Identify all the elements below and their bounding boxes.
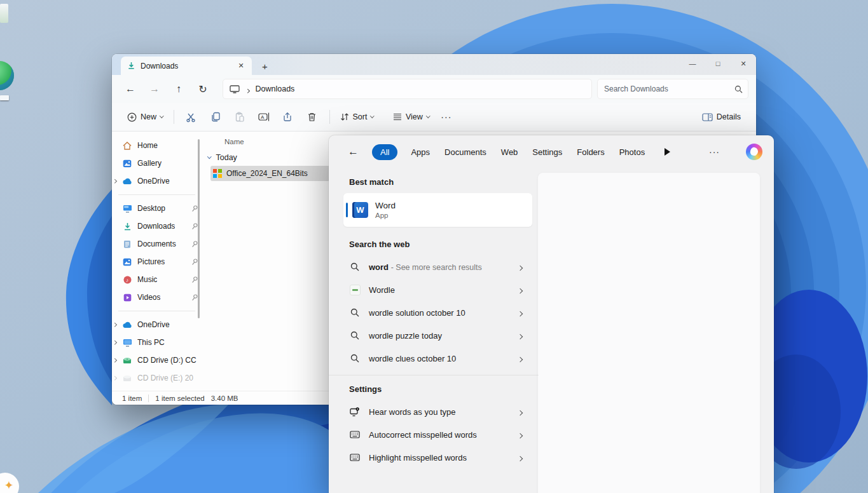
up-button[interactable]: ↑ xyxy=(167,79,191,99)
web-query: wordle clues october 10 xyxy=(369,354,456,363)
web-query-suffix: - See more search results xyxy=(391,263,482,272)
minimize-button[interactable]: — xyxy=(680,54,705,73)
maximize-button[interactable]: □ xyxy=(705,54,731,73)
pictures-icon xyxy=(122,257,132,267)
copilot-icon[interactable] xyxy=(746,144,762,160)
expand-chevron-icon[interactable] xyxy=(112,359,117,362)
sidebar-item-desktop[interactable]: Desktop xyxy=(112,199,202,217)
web-result-wordle-clues[interactable]: wordle clues october 10 xyxy=(329,347,539,370)
toolbar-divider xyxy=(329,110,330,124)
chevron-right-icon[interactable] xyxy=(518,452,522,463)
paste-button[interactable] xyxy=(228,107,252,127)
sidebar-item-documents[interactable]: Documents xyxy=(112,235,202,253)
sidebar-item-downloads[interactable]: Downloads xyxy=(112,217,202,235)
sidebar-item-gallery[interactable]: Gallery xyxy=(112,154,202,172)
status-item-count: 1 item xyxy=(122,395,142,402)
chevron-right-icon[interactable] xyxy=(518,284,522,295)
tab-close-icon[interactable]: ✕ xyxy=(235,60,247,72)
copy-button[interactable] xyxy=(203,107,228,127)
web-result-word[interactable]: word - See more search results xyxy=(329,255,539,278)
filter-folders[interactable]: Folders xyxy=(575,144,605,160)
sidebar-item-cd-drive-e[interactable]: CD Drive (E:) 20 xyxy=(112,369,202,387)
keyboard-icon xyxy=(349,454,361,461)
explorer-search-input[interactable] xyxy=(604,84,734,93)
sidebar-item-label: Videos xyxy=(137,293,160,302)
screen: { "explorer": { "tab": { "title": "Downl… xyxy=(0,0,868,493)
close-button[interactable]: ✕ xyxy=(731,54,756,73)
filter-web[interactable]: Web xyxy=(500,144,520,160)
filter-apps[interactable]: Apps xyxy=(410,144,431,160)
details-button[interactable]: Details xyxy=(697,109,746,125)
details-button-label: Details xyxy=(717,112,741,121)
sidebar-item-videos[interactable]: Videos xyxy=(112,288,202,306)
web-result-wordle-solution[interactable]: wordle solution october 10 xyxy=(329,301,539,324)
back-button[interactable]: ← xyxy=(118,79,142,99)
sidebar-item-music[interactable]: ♪ Music xyxy=(112,271,202,288)
sidebar-item-onedrive[interactable]: OneDrive xyxy=(112,172,202,190)
chevron-right-icon[interactable] xyxy=(518,330,522,341)
expand-chevron-icon[interactable] xyxy=(112,180,117,183)
sort-button[interactable]: Sort xyxy=(335,109,379,125)
web-result-wordle-puzzle[interactable]: wordle puzzle today xyxy=(329,324,539,347)
chevron-right-icon[interactable] xyxy=(518,406,522,417)
search-options-button[interactable]: ··· xyxy=(709,147,720,157)
expand-chevron-icon[interactable] xyxy=(112,323,117,327)
collapse-chevron-icon xyxy=(207,154,211,158)
sidebar-item-home[interactable]: Home xyxy=(112,137,202,154)
filter-photos[interactable]: Photos xyxy=(618,144,646,160)
chevron-right-icon[interactable] xyxy=(518,261,522,273)
breadcrumb-location[interactable]: Downloads xyxy=(256,84,295,93)
setting-highlight[interactable]: Highlight misspelled words xyxy=(329,446,539,469)
more-filters-arrow-icon[interactable] xyxy=(665,148,670,156)
search-icon xyxy=(349,308,361,317)
section-title-search-web: Search the web xyxy=(349,240,539,249)
share-button[interactable] xyxy=(276,107,300,127)
new-button-label: New xyxy=(141,112,156,121)
sidebar-item-cd-drive-d[interactable]: CD Drive (D:) CC xyxy=(112,351,202,369)
tab-downloads[interactable]: Downloads ✕ xyxy=(121,57,252,75)
documents-icon xyxy=(122,239,132,249)
setting-hear-words[interactable]: Hear words as you type xyxy=(329,400,539,423)
setting-label: Autocorrect misspelled words xyxy=(369,430,477,440)
new-tab-button[interactable]: + xyxy=(262,61,268,72)
chevron-right-icon[interactable] xyxy=(518,353,522,364)
search-back-button[interactable]: ← xyxy=(348,145,359,158)
delete-button[interactable] xyxy=(300,107,324,127)
rename-button[interactable]: A xyxy=(252,107,276,127)
view-button[interactable]: View xyxy=(388,109,434,125)
new-button[interactable]: New xyxy=(122,109,169,126)
cd-drive-icon xyxy=(122,373,132,383)
toolbar-more-button[interactable]: ··· xyxy=(434,112,458,122)
pin-icon xyxy=(191,241,198,248)
section-title-settings: Settings xyxy=(349,384,539,394)
expand-chevron-icon[interactable] xyxy=(112,341,117,344)
best-match-item-word[interactable]: W Word App xyxy=(343,193,532,227)
cut-button[interactable] xyxy=(179,107,203,127)
explorer-search-box[interactable] xyxy=(597,79,748,99)
expand-chevron-icon[interactable] xyxy=(112,377,117,380)
setting-autocorrect[interactable]: Autocorrect misspelled words xyxy=(329,423,539,446)
sidebar-scrollbar[interactable] xyxy=(198,139,200,318)
chevron-right-icon[interactable] xyxy=(518,429,522,440)
downloads-icon xyxy=(122,221,132,231)
breadcrumb[interactable]: Downloads xyxy=(223,79,592,99)
tab-title: Downloads xyxy=(141,62,235,71)
sidebar-item-onedrive-tree[interactable]: OneDrive xyxy=(112,316,202,334)
filter-settings[interactable]: Settings xyxy=(531,144,563,160)
file-row-selected[interactable]: Office_2024_EN_64Bits xyxy=(210,166,330,181)
sidebar-item-pictures[interactable]: Pictures xyxy=(112,253,202,271)
filter-all[interactable]: All xyxy=(372,144,397,160)
wordle-icon xyxy=(349,285,361,295)
sidebar-item-this-pc[interactable]: This PC xyxy=(112,334,202,351)
filter-documents[interactable]: Documents xyxy=(443,144,488,160)
onedrive-cloud-icon xyxy=(122,320,132,330)
sidebar-item-label: Home xyxy=(137,141,158,150)
desktop-icon-partial-top[interactable] xyxy=(0,4,8,23)
web-result-wordle[interactable]: Wordle xyxy=(329,278,539,301)
chevron-right-icon[interactable] xyxy=(518,307,522,318)
pin-icon xyxy=(191,294,198,301)
forward-button[interactable]: → xyxy=(142,79,167,99)
search-preview-pane xyxy=(538,173,760,493)
column-header-name[interactable]: Name xyxy=(224,138,244,145)
refresh-button[interactable]: ↻ xyxy=(191,79,215,99)
